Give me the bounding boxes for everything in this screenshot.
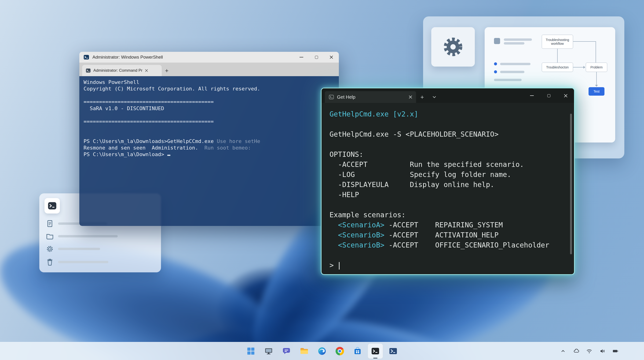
get-help-console[interactable]: GetHelpCmd.exe [v2.x] GetHelpCmd.exe -S … — [322, 103, 574, 274]
desktop-button[interactable] — [261, 343, 276, 359]
terminal-line: ========================================… — [84, 118, 335, 125]
terminal-icon — [371, 346, 380, 356]
flow-box-troubleshocton: Troubleshocton — [542, 63, 573, 72]
terminal-line: PS C:\Users\m_la\Download> — [84, 151, 335, 158]
command-prompt-icon — [86, 68, 91, 73]
terminal-line: GetHelpCmd.exe [v2.x] — [330, 109, 574, 119]
tab-administrator-command-prompt[interactable]: Administrator: Command Pr — [82, 65, 162, 76]
flow-arrow-down — [595, 85, 598, 87]
terminal-line — [330, 200, 574, 210]
folder-icon — [46, 232, 54, 240]
skeleton-dot — [494, 62, 497, 65]
terminal-line: Resmone and sen seen Administration. Run… — [84, 145, 335, 151]
chrome-icon — [336, 347, 344, 355]
battery-button[interactable] — [610, 345, 620, 357]
flow-test-button[interactable]: Test — [588, 87, 604, 96]
skeleton-dot — [494, 70, 497, 73]
terminal-icon — [47, 201, 57, 211]
minimize-button[interactable] — [524, 88, 540, 103]
maximize-button[interactable] — [309, 52, 324, 63]
flow-connector — [557, 49, 558, 63]
close-button[interactable] — [324, 52, 339, 63]
battery-icon — [612, 348, 619, 354]
terminal-line: PS C:\Users\m_la\Downloads>GetHelpCCmd.e… — [84, 138, 335, 145]
system-tray — [558, 345, 620, 357]
store-icon — [353, 346, 362, 356]
terminal-line — [84, 131, 335, 138]
terminal-line: -ACCEPT Run the specified scenario. — [330, 159, 574, 169]
powershell-icon — [83, 54, 90, 61]
cloud-icon — [573, 348, 580, 354]
terminal-line — [84, 92, 335, 99]
list-item — [46, 232, 118, 240]
terminal-line: Windows PowerShell — [84, 79, 335, 86]
tab-label: Get Help — [337, 94, 406, 100]
chrome-button[interactable] — [332, 343, 348, 359]
terminal-line: SaRA v1.0 - DISCONTINUED — [84, 105, 335, 112]
close-tab-icon[interactable] — [408, 95, 412, 99]
document-icon — [46, 220, 54, 228]
minimize-icon — [530, 95, 534, 96]
list-item — [46, 245, 100, 253]
terminal-line — [330, 139, 574, 149]
folder-icon — [300, 346, 309, 356]
minimize-button[interactable] — [294, 52, 309, 63]
powershell-window: Administrator: Windows PowerShell Admini… — [79, 52, 339, 226]
terminal-line — [330, 119, 574, 129]
close-icon — [564, 94, 568, 98]
powershell-titlebar[interactable]: Administrator: Windows PowerShell — [79, 52, 339, 63]
new-tab-button[interactable]: + — [165, 67, 168, 74]
store-button[interactable] — [350, 343, 365, 359]
tab-dropdown-button[interactable] — [428, 91, 440, 103]
monitor-icon — [264, 346, 273, 356]
skeleton-line — [58, 235, 118, 237]
scrollbar[interactable] — [570, 114, 572, 254]
skeleton-line — [500, 63, 530, 65]
flow-box-troubleshooting-workflow: Troubleshooting workflow — [542, 35, 573, 49]
start-button[interactable] — [243, 343, 258, 359]
window-controls — [524, 88, 574, 103]
powershell-button[interactable] — [386, 343, 401, 359]
flow-connector — [596, 41, 596, 63]
terminal-line: ========================================… — [84, 99, 335, 105]
chevron-down-icon — [432, 95, 436, 99]
hidden-icons-button[interactable] — [558, 345, 568, 357]
get-help-tabbar[interactable]: Get Help + — [322, 88, 574, 103]
terminal-line: > — [330, 260, 574, 270]
maximize-icon — [315, 56, 318, 59]
file-explorer-button[interactable] — [296, 343, 312, 359]
get-help-window: Get Help + GetHelpCmd.exe [v2.x] GetHelp… — [321, 88, 575, 275]
terminal-line: <ScenarioA> -ACCEPT REPAIRING_SYSTEM — [330, 220, 574, 230]
volume-button[interactable] — [597, 345, 608, 357]
terminal-line: <ScenarioB> -ACCEPT ACTIVATION_HELP — [330, 230, 574, 240]
edge-button[interactable] — [314, 343, 330, 359]
close-button[interactable] — [557, 88, 574, 103]
terminal-icon — [328, 94, 334, 100]
terminal-line: OPTIONS: — [330, 149, 574, 159]
console-output: GetHelpCmd.exe [v2.x] GetHelpCmd.exe -S … — [330, 109, 574, 270]
new-tab-button[interactable]: + — [416, 91, 428, 103]
skeleton-line — [504, 42, 524, 45]
powershell-console[interactable]: Windows PowerShellCopyright (C) Microsof… — [79, 76, 339, 226]
edge-icon — [317, 346, 327, 356]
flow-connector — [573, 41, 596, 42]
terminal-chip — [44, 198, 60, 214]
terminal-button[interactable] — [368, 343, 383, 359]
taskbar — [0, 342, 644, 360]
tab-label: Administrator: Command Pr — [93, 68, 142, 73]
terminal-line: -DISPLAYEULA Display online help. — [330, 179, 574, 190]
tab-get-help[interactable]: Get Help — [325, 91, 416, 103]
terminal-line — [330, 250, 574, 260]
minimize-icon — [300, 57, 303, 57]
speaker-icon — [599, 348, 606, 354]
powershell-tab-row: Administrator: Command Pr + — [79, 63, 339, 76]
wifi-icon — [586, 348, 592, 354]
onedrive-button[interactable] — [571, 345, 581, 357]
chat-button[interactable] — [279, 343, 294, 359]
close-tab-icon[interactable] — [145, 69, 148, 72]
terminal-line: GetHelpCmd.exe -S <PLACEHOLDER_SCENARIO> — [330, 129, 574, 139]
skeleton-line — [58, 261, 108, 263]
flow-arrow-right — [584, 66, 585, 69]
maximize-button[interactable] — [540, 88, 557, 103]
network-button[interactable] — [584, 345, 594, 357]
